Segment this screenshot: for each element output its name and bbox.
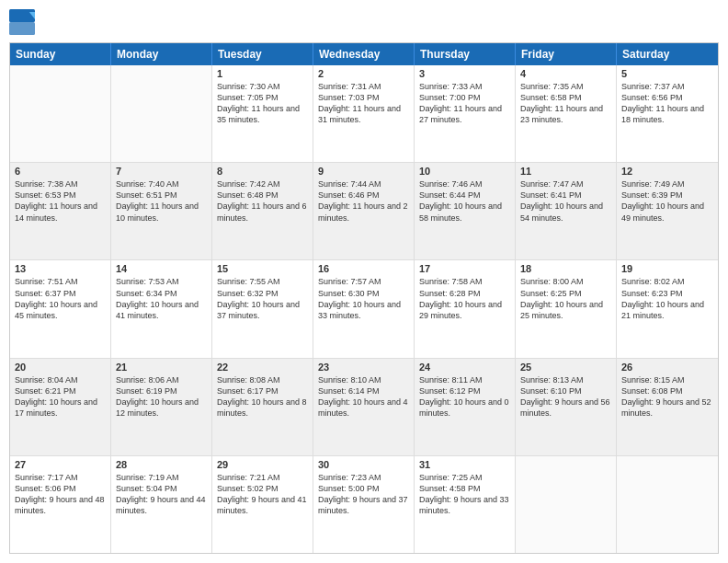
day-details: Sunrise: 8:10 AM Sunset: 6:14 PM Dayligh…: [318, 374, 409, 419]
calendar-cell-3-5: 25Sunrise: 8:13 AM Sunset: 6:10 PM Dayli…: [516, 359, 617, 455]
day-number: 6: [15, 166, 106, 177]
calendar-cell-4-1: 28Sunrise: 7:19 AM Sunset: 5:04 PM Dayli…: [111, 456, 212, 553]
day-number: 10: [419, 166, 510, 177]
day-number: 11: [520, 166, 611, 177]
day-number: 13: [15, 263, 106, 274]
day-details: Sunrise: 8:04 AM Sunset: 6:21 PM Dayligh…: [15, 374, 106, 419]
day-details: Sunrise: 7:55 AM Sunset: 6:32 PM Dayligh…: [217, 276, 308, 321]
calendar-cell-4-0: 27Sunrise: 7:17 AM Sunset: 5:06 PM Dayli…: [10, 456, 111, 553]
calendar-page: SundayMondayTuesdayWednesdayThursdayFrid…: [0, 0, 728, 563]
svg-rect-1: [9, 22, 35, 35]
calendar-cell-0-4: 3Sunrise: 7:33 AM Sunset: 7:00 PM Daylig…: [415, 65, 516, 162]
calendar-cell-4-3: 30Sunrise: 7:23 AM Sunset: 5:00 PM Dayli…: [313, 456, 415, 553]
calendar-cell-0-0: [10, 65, 111, 162]
header-day-sunday: Sunday: [10, 43, 111, 65]
day-number: 22: [217, 362, 308, 373]
day-details: Sunrise: 7:31 AM Sunset: 7:03 PM Dayligh…: [318, 81, 409, 126]
calendar-cell-4-5: [516, 456, 617, 553]
day-number: 19: [621, 263, 713, 274]
calendar-row-0: 1Sunrise: 7:30 AM Sunset: 7:05 PM Daylig…: [10, 65, 718, 163]
day-details: Sunrise: 7:33 AM Sunset: 7:00 PM Dayligh…: [419, 81, 510, 126]
calendar-row-3: 20Sunrise: 8:04 AM Sunset: 6:21 PM Dayli…: [10, 359, 718, 456]
day-details: Sunrise: 7:21 AM Sunset: 5:02 PM Dayligh…: [217, 472, 308, 517]
day-details: Sunrise: 7:38 AM Sunset: 6:53 PM Dayligh…: [15, 178, 106, 224]
day-number: 25: [520, 362, 611, 373]
header-day-monday: Monday: [111, 43, 212, 65]
calendar-cell-0-3: 2Sunrise: 7:31 AM Sunset: 7:03 PM Daylig…: [313, 65, 415, 162]
day-details: Sunrise: 7:51 AM Sunset: 6:37 PM Dayligh…: [15, 276, 106, 321]
calendar: SundayMondayTuesdayWednesdayThursdayFrid…: [9, 42, 719, 554]
day-details: Sunrise: 7:17 AM Sunset: 5:06 PM Dayligh…: [15, 472, 106, 517]
day-number: 15: [217, 263, 308, 274]
day-details: Sunrise: 8:13 AM Sunset: 6:10 PM Dayligh…: [520, 374, 611, 419]
calendar-cell-2-3: 16Sunrise: 7:57 AM Sunset: 6:30 PM Dayli…: [313, 260, 415, 357]
day-number: 26: [621, 362, 713, 373]
day-number: 14: [116, 263, 207, 274]
calendar-cell-1-5: 11Sunrise: 7:47 AM Sunset: 6:41 PM Dayli…: [516, 163, 617, 259]
calendar-cell-0-2: 1Sunrise: 7:30 AM Sunset: 7:05 PM Daylig…: [212, 65, 313, 162]
day-details: Sunrise: 7:30 AM Sunset: 7:05 PM Dayligh…: [217, 81, 308, 126]
day-number: 16: [318, 263, 409, 274]
calendar-cell-1-3: 9Sunrise: 7:44 AM Sunset: 6:46 PM Daylig…: [313, 163, 415, 259]
calendar-cell-0-5: 4Sunrise: 7:35 AM Sunset: 6:58 PM Daylig…: [516, 65, 617, 162]
calendar-cell-3-2: 22Sunrise: 8:08 AM Sunset: 6:17 PM Dayli…: [212, 359, 313, 455]
header-day-friday: Friday: [516, 43, 617, 65]
day-details: Sunrise: 8:06 AM Sunset: 6:19 PM Dayligh…: [116, 374, 207, 419]
day-number: 21: [116, 362, 207, 373]
header-day-thursday: Thursday: [415, 43, 516, 65]
day-details: Sunrise: 7:19 AM Sunset: 5:04 PM Dayligh…: [116, 472, 207, 517]
day-number: 1: [217, 68, 308, 79]
logo: [9, 9, 39, 35]
calendar-cell-1-2: 8Sunrise: 7:42 AM Sunset: 6:48 PM Daylig…: [212, 163, 313, 259]
day-number: 12: [621, 166, 713, 177]
calendar-row-4: 27Sunrise: 7:17 AM Sunset: 5:06 PM Dayli…: [10, 456, 718, 553]
day-number: 24: [419, 362, 510, 373]
calendar-cell-2-2: 15Sunrise: 7:55 AM Sunset: 6:32 PM Dayli…: [212, 260, 313, 357]
day-details: Sunrise: 7:46 AM Sunset: 6:44 PM Dayligh…: [419, 178, 510, 224]
day-details: Sunrise: 7:23 AM Sunset: 5:00 PM Dayligh…: [318, 472, 409, 517]
day-number: 9: [318, 166, 409, 177]
calendar-cell-1-1: 7Sunrise: 7:40 AM Sunset: 6:51 PM Daylig…: [111, 163, 212, 259]
logo-icon: [9, 9, 35, 35]
day-details: Sunrise: 7:57 AM Sunset: 6:30 PM Dayligh…: [318, 276, 409, 321]
day-number: 17: [419, 263, 510, 274]
calendar-cell-4-6: [617, 456, 718, 553]
day-number: 4: [520, 68, 611, 79]
header-day-saturday: Saturday: [617, 43, 718, 65]
day-number: 7: [116, 166, 207, 177]
day-number: 18: [520, 263, 611, 274]
calendar-cell-2-0: 13Sunrise: 7:51 AM Sunset: 6:37 PM Dayli…: [10, 260, 111, 357]
day-details: Sunrise: 7:44 AM Sunset: 6:46 PM Dayligh…: [318, 178, 409, 224]
day-details: Sunrise: 7:49 AM Sunset: 6:39 PM Dayligh…: [621, 178, 713, 224]
calendar-cell-3-1: 21Sunrise: 8:06 AM Sunset: 6:19 PM Dayli…: [111, 359, 212, 455]
day-number: 5: [621, 68, 713, 79]
header-day-tuesday: Tuesday: [212, 43, 313, 65]
calendar-cell-1-0: 6Sunrise: 7:38 AM Sunset: 6:53 PM Daylig…: [10, 163, 111, 259]
calendar-header: SundayMondayTuesdayWednesdayThursdayFrid…: [10, 43, 718, 65]
calendar-body: 1Sunrise: 7:30 AM Sunset: 7:05 PM Daylig…: [10, 65, 718, 553]
header: [9, 9, 719, 35]
day-number: 28: [116, 459, 207, 470]
day-details: Sunrise: 8:15 AM Sunset: 6:08 PM Dayligh…: [621, 374, 713, 419]
calendar-cell-2-1: 14Sunrise: 7:53 AM Sunset: 6:34 PM Dayli…: [111, 260, 212, 357]
day-details: Sunrise: 7:42 AM Sunset: 6:48 PM Dayligh…: [217, 178, 308, 224]
calendar-cell-3-3: 23Sunrise: 8:10 AM Sunset: 6:14 PM Dayli…: [313, 359, 415, 455]
day-number: 27: [15, 459, 106, 470]
day-details: Sunrise: 7:47 AM Sunset: 6:41 PM Dayligh…: [520, 178, 611, 224]
day-number: 3: [419, 68, 510, 79]
calendar-cell-3-6: 26Sunrise: 8:15 AM Sunset: 6:08 PM Dayli…: [617, 359, 718, 455]
day-details: Sunrise: 7:40 AM Sunset: 6:51 PM Dayligh…: [116, 178, 207, 224]
calendar-cell-2-5: 18Sunrise: 8:00 AM Sunset: 6:25 PM Dayli…: [516, 260, 617, 357]
day-details: Sunrise: 8:02 AM Sunset: 6:23 PM Dayligh…: [621, 276, 713, 321]
day-details: Sunrise: 8:08 AM Sunset: 6:17 PM Dayligh…: [217, 374, 308, 419]
day-number: 29: [217, 459, 308, 470]
header-day-wednesday: Wednesday: [313, 43, 415, 65]
calendar-row-2: 13Sunrise: 7:51 AM Sunset: 6:37 PM Dayli…: [10, 260, 718, 358]
day-number: 8: [217, 166, 308, 177]
day-details: Sunrise: 7:25 AM Sunset: 4:58 PM Dayligh…: [419, 472, 510, 517]
day-number: 31: [419, 459, 510, 470]
day-details: Sunrise: 7:37 AM Sunset: 6:56 PM Dayligh…: [621, 81, 713, 126]
day-number: 20: [15, 362, 106, 373]
day-details: Sunrise: 7:53 AM Sunset: 6:34 PM Dayligh…: [116, 276, 207, 321]
calendar-cell-2-6: 19Sunrise: 8:02 AM Sunset: 6:23 PM Dayli…: [617, 260, 718, 357]
